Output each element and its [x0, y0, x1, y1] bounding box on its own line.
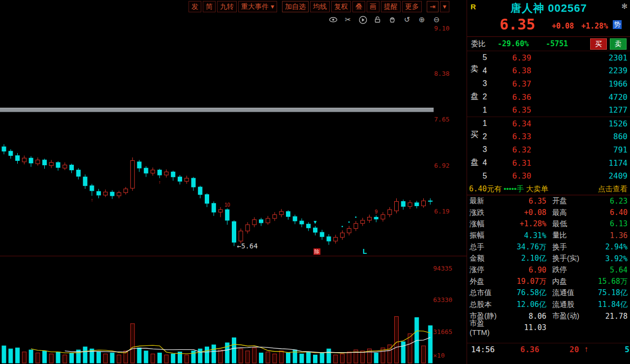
alert-view-link[interactable]: 点击查看 — [598, 182, 628, 195]
price-axis-label: 8.38 — [434, 70, 449, 77]
stat-value: 3.92% — [594, 254, 630, 263]
undo-icon[interactable]: ↺ — [403, 15, 411, 24]
book-group-label: 买 — [470, 130, 479, 140]
stat-label: 开盘 — [546, 196, 594, 206]
footer-price: 6.36 — [520, 345, 539, 354]
footer-volume: 20 — [569, 345, 579, 354]
buy-level-row[interactable]: 16.341526 — [480, 117, 630, 130]
toolbar-item-7[interactable]: 叠 — [352, 1, 365, 12]
book-group-label: 盘 — [470, 91, 479, 102]
level-price: 6.37 — [490, 79, 554, 89]
level-volume: 4720 — [554, 92, 630, 102]
zoom-out-icon[interactable]: ⊖ — [432, 15, 441, 24]
stat-label: 外盘 — [467, 277, 501, 286]
chart-marker: ↑ — [158, 180, 161, 185]
stats-grid: 最新6.35开盘6.23涨跌+0.08最高6.40涨幅+1.28%最低6.13振… — [467, 195, 630, 334]
stat-value: 5.64 — [594, 266, 630, 274]
alert-dots: ••••• — [504, 184, 516, 193]
top-toolbar: 发简九转重大事件 ▾加自选均线复权叠画提醒更多⇥▾ — [189, 1, 449, 12]
stat-label: 总手 — [467, 243, 501, 252]
chart-marker: 9 — [375, 209, 378, 214]
level-price: 6.35 — [490, 105, 554, 115]
candlestick-volume-chart[interactable]: 10↑↑▼•••9 — [0, 0, 467, 364]
chart-marker: • — [355, 214, 357, 220]
trading-app-window: 10↑↑▼•••9 9.108.387.656.926.19 943356333… — [0, 0, 630, 364]
toolbar-item-9[interactable]: 提醒 — [381, 1, 401, 12]
toolbar-item-8[interactable]: 画 — [367, 1, 379, 12]
stat-row: 金额2.10亿换手(实)3.92% — [467, 253, 630, 264]
stock-title[interactable]: 唐人神 002567 — [467, 1, 630, 16]
gear-icon[interactable]: ✻ — [621, 2, 628, 11]
buy-order-book: 16.34152626.3386036.3279146.31117456.302… — [467, 117, 630, 182]
hand-icon[interactable] — [388, 15, 397, 24]
stat-value: 6.23 — [594, 197, 630, 206]
toolbar-item-1[interactable]: 简 — [203, 1, 216, 12]
level-price: 6.33 — [490, 132, 554, 141]
eye-icon[interactable] — [329, 15, 338, 24]
toolbar-item-0[interactable]: 发 — [189, 1, 201, 12]
toolbar-item-10[interactable]: 更多 — [402, 1, 422, 12]
sell-button[interactable]: 卖 — [610, 38, 627, 50]
horizontal-drawline[interactable] — [0, 108, 434, 112]
stat-row: 总市值76.58亿流通值75.18亿 — [467, 287, 630, 299]
toolbar-item-5[interactable]: 均线 — [310, 1, 330, 12]
stat-label: 总市值 — [467, 288, 501, 298]
price-change: +0.08 — [552, 22, 574, 30]
toolbar-item-3[interactable]: 重大事件 ▾ — [238, 1, 277, 12]
toolbar-item-4[interactable]: 加自选 — [282, 1, 309, 12]
quote-panel: R 唐人神 002567 ✻ 6.35 +0.08 +1.28% 势 委比 -2… — [467, 0, 630, 364]
buy-level-row[interactable]: 46.311174 — [480, 156, 630, 170]
stat-value: 6.35 — [501, 197, 546, 206]
stat-row: 最新6.35开盘6.23 — [467, 195, 630, 207]
kline-chart-region[interactable]: 10↑↑▼•••9 9.108.387.656.926.19 943356333… — [0, 0, 467, 364]
level-price: 6.32 — [490, 145, 554, 154]
book-group-label: 盘 — [470, 157, 479, 168]
toolbar-item-6[interactable]: 复权 — [331, 1, 351, 12]
sell-level-row[interactable]: 36.371966 — [480, 77, 630, 91]
level-price: 6.39 — [490, 53, 554, 62]
stat-value: +1.28% — [501, 219, 546, 228]
level-volume: 860 — [554, 132, 630, 141]
lock-icon[interactable] — [373, 15, 382, 24]
level-price: 6.36 — [490, 92, 554, 102]
chart-marker: ▼ — [313, 219, 318, 225]
ex-dividend-badge[interactable]: 除 — [314, 248, 320, 255]
stat-row: 市盈(TTM)11.03 — [467, 322, 630, 333]
toolbar-item-2[interactable]: 九转 — [217, 1, 237, 12]
buy-level-row[interactable]: 36.32791 — [480, 143, 630, 156]
big-order-alert[interactable]: 6.40元有 •••••手 大卖单 点击查看 — [467, 182, 630, 195]
buy-level-row[interactable]: 26.33860 — [480, 130, 630, 144]
level-price: 6.38 — [490, 66, 554, 75]
stat-value: 15.68万 — [594, 277, 630, 286]
toolbar-item-11[interactable]: ⇥ — [427, 1, 439, 12]
buy-button[interactable]: 买 — [590, 38, 607, 50]
sell-level-row[interactable]: 16.351277 — [480, 103, 630, 117]
trend-badge[interactable]: 势 — [613, 20, 622, 29]
stat-label: 换手 — [546, 243, 594, 252]
play-icon[interactable] — [358, 15, 367, 24]
tick-footer: 14:56 6.36 20 ↑ 5 — [467, 343, 630, 356]
level-volume: 2409 — [554, 171, 630, 181]
stat-value: 8.06 — [501, 312, 546, 321]
footer-time: 14:56 — [471, 345, 495, 354]
scissors-icon[interactable]: ✂ — [344, 15, 352, 24]
sell-level-row[interactable]: 46.382239 — [480, 64, 630, 78]
stat-row: 涨幅+1.28%最低6.13 — [467, 218, 630, 230]
stat-value: 12.06亿 — [501, 300, 546, 309]
level-price: 6.30 — [490, 171, 554, 181]
sell-level-row[interactable]: 26.364720 — [480, 91, 630, 104]
chart-marker: 10 — [224, 202, 230, 208]
sell-level-row[interactable]: 56.392301 — [480, 51, 630, 64]
price-change-pct: +1.28% — [581, 22, 608, 30]
stat-value: 34.76万 — [501, 243, 546, 252]
stat-row: 涨跌+0.08最高6.40 — [467, 207, 630, 218]
volume-axis-label: 94335 — [433, 265, 452, 272]
panel-divider — [0, 256, 467, 256]
zoom-in-icon[interactable]: ⊕ — [417, 15, 426, 24]
level-volume: 1526 — [554, 119, 630, 128]
stat-row: 振幅4.31%量比1.36 — [467, 230, 630, 241]
buy-level-row[interactable]: 56.302409 — [480, 169, 630, 182]
stat-row: 外盘19.07万内盘15.68万 — [467, 276, 630, 287]
stat-value: 2.94% — [594, 243, 630, 251]
toolbar-item-12[interactable]: ▾ — [440, 1, 449, 12]
